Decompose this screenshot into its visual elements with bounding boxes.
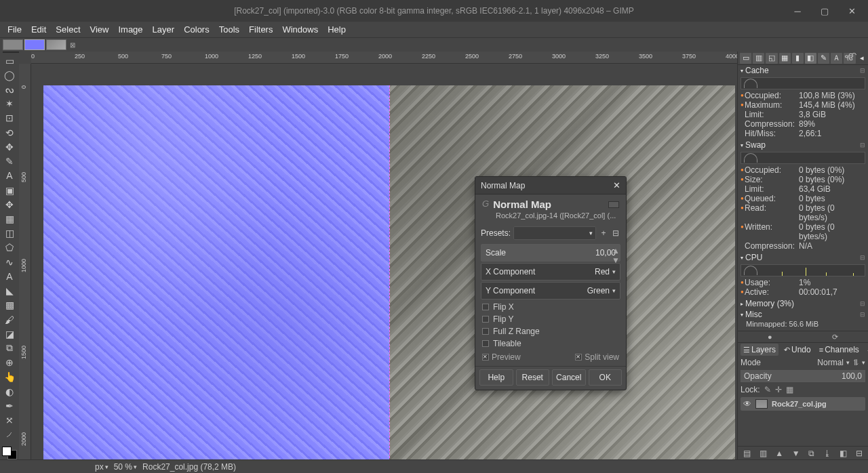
spinner-icon[interactable]: ▲▼: [612, 246, 618, 260]
text2-icon[interactable]: A: [2, 270, 17, 283]
bucket-icon[interactable]: ▣: [2, 184, 17, 197]
menu-tools[interactable]: Tools: [214, 23, 244, 36]
dialog-titlebar[interactable]: Normal Map ✕: [475, 177, 626, 194]
manage-preset-icon[interactable]: ⊟: [611, 228, 620, 238]
cage-icon[interactable]: ⬠: [2, 241, 17, 254]
tab-layers[interactable]: ☰Layers: [741, 344, 778, 356]
move-icon[interactable]: ✥: [2, 198, 17, 211]
rotate-icon[interactable]: ⟲: [2, 126, 17, 139]
lock-alpha-icon[interactable]: ▦: [786, 385, 793, 394]
minimize-icon[interactable]: ─: [784, 0, 811, 22]
rect-select-icon[interactable]: ▭: [2, 54, 17, 67]
tab-icon[interactable]: ੴ: [844, 53, 855, 64]
preview-checkbox[interactable]: Preview: [482, 352, 521, 362]
new-group-icon[interactable]: ▥: [760, 449, 767, 458]
ellipse-select-icon[interactable]: ◯: [2, 68, 17, 81]
tab-icon[interactable]: ▦: [779, 53, 791, 64]
menu-windows[interactable]: Windows: [277, 23, 323, 36]
presets-dropdown[interactable]: ▾: [513, 226, 596, 240]
add-preset-icon[interactable]: +: [599, 228, 608, 238]
flipx-checkbox[interactable]: Flip X: [475, 301, 626, 313]
split-handle[interactable]: [389, 85, 390, 459]
delete-layer-icon[interactable]: ⊟: [856, 449, 863, 458]
perspective-icon[interactable]: ◫: [2, 227, 17, 240]
menu-colors[interactable]: Colors: [179, 23, 214, 36]
menu-edit[interactable]: Edit: [26, 23, 51, 36]
tab-icon[interactable]: ✎: [818, 53, 829, 64]
menu-help[interactable]: Help: [323, 23, 351, 36]
layer-name[interactable]: Rock27_col.jpg: [772, 400, 827, 408]
splitview-checkbox[interactable]: Split view: [575, 352, 619, 362]
record-icon[interactable]: ●: [768, 333, 772, 341]
new-layer-icon[interactable]: ▤: [743, 449, 751, 458]
close-icon[interactable]: ✕: [838, 0, 865, 22]
tab-icon[interactable]: ▮: [792, 53, 804, 64]
fuzzy-select-icon[interactable]: ✶: [2, 98, 17, 110]
menu-view[interactable]: View: [85, 23, 114, 36]
misc-header[interactable]: ▾ Misc ⊟: [738, 309, 868, 320]
brush-icon[interactable]: 🖌: [2, 313, 17, 326]
unit-selector[interactable]: px▾: [95, 462, 108, 472]
detach-icon[interactable]: ⊟: [860, 300, 865, 307]
lower-layer-icon[interactable]: ▼: [792, 449, 800, 458]
fullz-checkbox[interactable]: Full Z Range: [475, 325, 626, 337]
ruler-vertical[interactable]: 0500100015002000: [19, 64, 31, 459]
image-tab-rock[interactable]: [46, 39, 66, 50]
transform-icon[interactable]: ✥: [2, 140, 17, 153]
help-button[interactable]: Help: [479, 369, 513, 386]
scale-field[interactable]: Scale 10,00 ▲▼: [481, 244, 620, 262]
xcomponent-field[interactable]: X Component Red ▾: [481, 263, 620, 281]
lock-position-icon[interactable]: ✛: [775, 385, 782, 394]
lock-pixels-icon[interactable]: ✎: [764, 385, 771, 394]
tab-icon[interactable]: Ａ: [831, 53, 842, 64]
canvas[interactable]: [31, 64, 737, 459]
smudge-icon[interactable]: 👆: [2, 371, 17, 384]
detach-icon[interactable]: ⊟: [860, 254, 865, 261]
measure-icon[interactable]: ⟋: [2, 428, 17, 441]
merge-layer-icon[interactable]: ⭳: [823, 449, 831, 458]
detach-icon[interactable]: ⊟: [860, 67, 865, 74]
menu-select[interactable]: Select: [51, 23, 85, 36]
clone-icon[interactable]: ⧉: [2, 342, 17, 354]
close-tab-icon[interactable]: ⊠: [68, 40, 77, 49]
pencil-icon[interactable]: ✎: [2, 155, 17, 168]
visibility-icon[interactable]: 👁: [743, 399, 751, 409]
dock-menu-icon[interactable]: ◂: [859, 53, 866, 64]
menu-file[interactable]: File: [3, 23, 26, 36]
cache-header[interactable]: ▾ Cache ⊟: [738, 65, 868, 76]
tab-dashboard-icon[interactable]: ◧: [805, 53, 816, 64]
ycomponent-field[interactable]: Y Component Green ▾: [481, 282, 620, 300]
tab-icon[interactable]: ◱: [766, 53, 777, 64]
color-picker-icon[interactable]: ⤧: [2, 413, 17, 426]
blend-mode-row[interactable]: Mode Normal ▾ ⥮ ▾: [738, 356, 868, 369]
image-tab-normal[interactable]: [24, 39, 45, 50]
detach-icon[interactable]: ⊟: [860, 311, 865, 318]
free-select-icon[interactable]: ᔓ: [2, 83, 17, 96]
duplicate-layer-icon[interactable]: ⧉: [808, 449, 814, 458]
crop-icon[interactable]: ⊡: [2, 112, 17, 125]
ok-button[interactable]: OK: [589, 369, 623, 386]
align-icon[interactable]: ▦: [2, 212, 17, 225]
heal-icon[interactable]: ⊕: [2, 356, 17, 369]
maximize-icon[interactable]: ▢: [811, 0, 838, 22]
ruler-horizontal[interactable]: 0250500750100012501500175020002250250027…: [31, 52, 737, 64]
cpu-header[interactable]: ▾ CPU ⊟: [738, 252, 868, 263]
layer-row[interactable]: 👁 Rock27_col.jpg: [741, 397, 865, 411]
flipy-checkbox[interactable]: Flip Y: [475, 313, 626, 325]
text-icon[interactable]: A: [2, 169, 17, 182]
fgbg-colors[interactable]: [2, 447, 17, 459]
swap-header[interactable]: ▾ Swap ⊟: [738, 140, 868, 150]
mode-switch-icon[interactable]: ⥮: [852, 358, 859, 367]
reset-button[interactable]: Reset: [516, 369, 550, 386]
pattern-icon[interactable]: ▩: [2, 299, 17, 312]
tab-icon[interactable]: ▭: [740, 53, 751, 64]
tileable-checkbox[interactable]: Tileable: [475, 337, 626, 350]
raise-layer-icon[interactable]: ▲: [775, 449, 783, 458]
detach-icon[interactable]: ⊟: [860, 142, 865, 148]
refresh-icon[interactable]: ⟳: [832, 333, 838, 342]
image-tab-icon[interactable]: [3, 39, 23, 50]
eraser-icon[interactable]: ◪: [2, 327, 17, 340]
warp-icon[interactable]: ∿: [2, 255, 17, 268]
menu-layer[interactable]: Layer: [148, 23, 180, 36]
gradient-icon[interactable]: ◣: [2, 285, 17, 297]
